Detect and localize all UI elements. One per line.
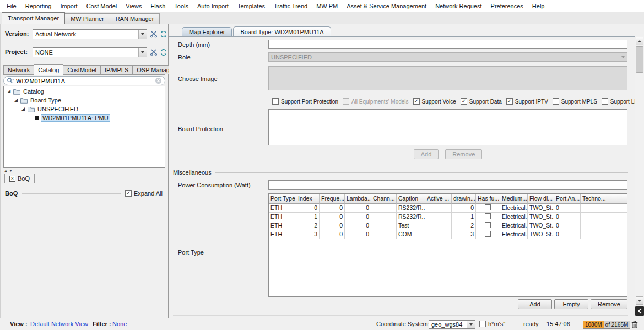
checkbox-support-ll[interactable]: Support LL (602, 98, 635, 105)
scroll-down-button[interactable] (636, 296, 643, 305)
cell-checkbox[interactable] (485, 213, 491, 219)
column-header-drawin[interactable]: drawin... (452, 194, 476, 204)
expander-icon[interactable] (20, 106, 26, 112)
search-icon[interactable] (7, 77, 14, 84)
column-header-medium[interactable]: Medium... (500, 194, 528, 204)
version-combo-arrow-icon[interactable] (138, 30, 147, 39)
column-header-chann[interactable]: Chann... (371, 194, 397, 204)
column-header-flow-di[interactable]: Flow di... (528, 194, 554, 204)
menu-asset-service-management[interactable]: Asset & Service Management (342, 1, 431, 11)
version-combo[interactable]: Actual Network (33, 29, 147, 39)
column-header-index[interactable]: Index (296, 194, 320, 204)
column-header-lambda[interactable]: Lambda... (345, 194, 371, 204)
port-table-remove-button[interactable]: Remove (591, 299, 627, 309)
column-header-active[interactable]: Active ... (425, 194, 452, 204)
column-header-port-type[interactable]: Port Type (269, 194, 296, 204)
checkbox-box-icon (602, 98, 608, 105)
menu-import[interactable]: Import (56, 1, 82, 11)
checkbox-support-data[interactable]: Support Data (461, 98, 502, 105)
board-protection-remove-button[interactable]: Remove (445, 149, 482, 159)
power-consumption-input[interactable] (268, 180, 627, 190)
panel-splitter[interactable] (1, 168, 168, 174)
column-header-caption[interactable]: Caption (397, 194, 425, 204)
depth-input[interactable] (268, 40, 627, 49)
column-header-port-an[interactable]: Port An... (554, 194, 581, 204)
menu-templates[interactable]: Templates (233, 1, 269, 11)
menu-tools[interactable]: Tools (170, 1, 193, 11)
project-tools-icon[interactable] (149, 48, 158, 57)
choose-image-area[interactable] (268, 66, 627, 90)
search-input[interactable] (16, 77, 153, 84)
port-table-empty-button[interactable]: Empty (554, 299, 588, 309)
scrollbar-thumb[interactable] (636, 46, 643, 73)
trash-icon[interactable] (631, 321, 638, 329)
view-link[interactable]: Default Network View (30, 321, 88, 327)
tab-network[interactable]: Network (3, 65, 34, 74)
project-combo-arrow-icon[interactable] (138, 48, 147, 57)
splitter-collapse-down-icon[interactable] (9, 169, 13, 173)
splitter-collapse-up-icon[interactable] (4, 169, 8, 173)
menu-mw-pm[interactable]: MW PM (312, 1, 342, 11)
coordinate-combo-arrow-icon[interactable] (467, 321, 475, 328)
folder-icon (13, 89, 20, 95)
checkbox-support-iptv[interactable]: Support IPTV (506, 98, 548, 105)
version-refresh-icon[interactable] (159, 30, 168, 39)
cell-checkbox[interactable] (485, 231, 491, 237)
choose-image-label: Choose Image (178, 75, 218, 82)
checkbox-support-mpls[interactable]: Support MPLS (553, 98, 597, 105)
table-row[interactable]: ETH200Test2Electrical...TWO_St...0 (269, 221, 627, 230)
tab-costmodel[interactable]: CostModel (63, 65, 101, 74)
menu-views[interactable]: Views (121, 1, 146, 11)
tab-board-type-wd2m01pmu11a[interactable]: Board Type: WD2M01PMU11A (233, 26, 331, 36)
cell-checkbox[interactable] (485, 222, 491, 228)
project-refresh-icon[interactable] (159, 48, 168, 57)
menu-file[interactable]: File (2, 1, 21, 11)
tab-catalog[interactable]: Catalog (34, 64, 63, 75)
cell-checkbox[interactable] (485, 204, 491, 210)
checkbox-label: Support Data (469, 99, 502, 105)
column-header-has-fu[interactable]: Has fu... (476, 194, 500, 204)
tree-item-unspecified[interactable]: UNSPECIFIED (4, 105, 165, 113)
expander-icon[interactable] (6, 89, 12, 94)
tree-item-catalog[interactable]: Catalog (4, 87, 165, 96)
board-protection-add-button[interactable]: Add (414, 149, 439, 159)
scroll-up-button[interactable] (636, 37, 643, 45)
menu-reporting[interactable]: Reporting (21, 1, 56, 11)
collapse-panel-button[interactable] (635, 306, 644, 316)
menu-help[interactable]: Help (528, 1, 549, 11)
checkbox-all-equipments-models[interactable]: All Equipments' Models (343, 98, 409, 105)
checkbox-support-port-protection[interactable]: Support Port Protection (272, 98, 338, 105)
port-table-add-button[interactable]: Add (518, 299, 552, 309)
tab-ip-mpls[interactable]: IP/MPLS (100, 65, 133, 74)
menu-network-request[interactable]: Network Request (431, 1, 486, 11)
table-row[interactable]: ETH300COM3Electrical...TWO_St...0 (269, 230, 627, 239)
app-tab-mw-planner[interactable]: MW Planner (64, 13, 110, 24)
close-boq-icon[interactable] (9, 176, 15, 182)
app-tab-ran-manager[interactable]: RAN Manager (110, 13, 160, 24)
tree-item-board-type[interactable]: Board Type (4, 96, 165, 105)
checkbox-support-voice[interactable]: Support Voice (413, 98, 456, 105)
dms-format-checkbox[interactable]: h°m's" (479, 321, 505, 327)
column-header-techno[interactable]: Techno... (581, 194, 627, 204)
project-combo[interactable]: NONE (33, 47, 147, 57)
clear-search-icon[interactable] (155, 77, 162, 84)
vertical-scrollbar[interactable] (635, 36, 644, 318)
board-protection-list[interactable] (268, 109, 627, 145)
table-row[interactable]: ETH100RS232/R...1Electrical...TWO_St...0 (269, 213, 627, 221)
menu-traffic-trend[interactable]: Traffic Trend (269, 1, 312, 11)
menu-preferences[interactable]: Preferences (486, 1, 528, 11)
expander-icon[interactable] (13, 98, 19, 103)
expand-all-checkbox[interactable]: Expand All (125, 190, 163, 197)
app-tab-transport-manager[interactable]: Transport Manager (2, 12, 65, 24)
coordinate-system-combo[interactable]: geo_wgs84 (429, 320, 475, 329)
menu-cost-model[interactable]: Cost Model (82, 1, 122, 11)
boq-panel-tab[interactable]: BoQ (4, 174, 35, 183)
filter-link[interactable]: None (112, 321, 127, 327)
table-row[interactable]: ETH000RS232/R...0Electrical...TWO_St...0 (269, 204, 627, 213)
tree-item-wd2m01pmu11a-pmu[interactable]: WD2M01PMU11A: PMU (4, 113, 165, 122)
menu-flash[interactable]: Flash (146, 1, 170, 11)
tab-map-explorer[interactable]: Map Explorer (182, 27, 232, 36)
menu-auto-import[interactable]: Auto Import (193, 1, 233, 11)
column-header-freque[interactable]: Freque... (320, 194, 345, 204)
version-tools-icon[interactable] (149, 30, 158, 39)
